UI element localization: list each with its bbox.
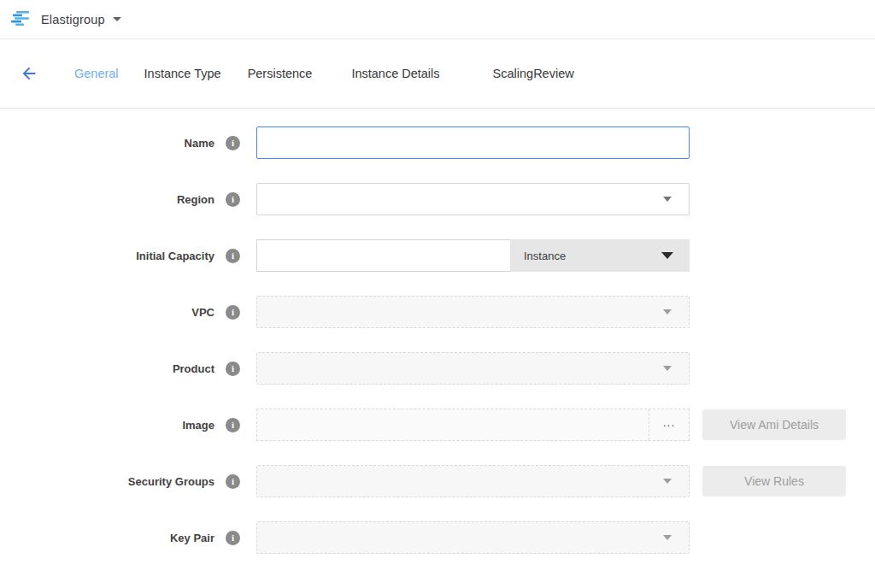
field-row-security-groups: Security Groups i View Rules xyxy=(0,465,875,497)
info-icon[interactable]: i xyxy=(226,362,240,376)
tab-instance-details[interactable]: Instance Details xyxy=(351,67,439,80)
name-input[interactable] xyxy=(256,126,690,159)
vpc-label: VPC xyxy=(191,306,214,319)
image-picker-value xyxy=(257,409,649,440)
capacity-unit-select[interactable]: Instance xyxy=(510,239,690,272)
arrow-back-icon xyxy=(20,64,38,83)
chevron-down-icon[interactable] xyxy=(113,17,121,21)
field-row-name: Name i xyxy=(0,126,875,159)
tab-instance-type[interactable]: Instance Type xyxy=(144,67,221,80)
field-row-image: Image i ... View Ami Details xyxy=(0,409,875,441)
image-picker[interactable]: ... xyxy=(256,409,690,441)
tab-general[interactable]: General xyxy=(74,67,119,80)
product-select[interactable] xyxy=(256,352,690,385)
info-icon[interactable]: i xyxy=(226,531,240,545)
info-icon[interactable]: i xyxy=(226,474,240,489)
info-icon[interactable]: i xyxy=(226,305,240,320)
app-header: Elastigroup xyxy=(0,0,875,39)
chevron-down-icon xyxy=(661,252,673,259)
info-icon[interactable]: i xyxy=(226,192,240,207)
region-label: Region xyxy=(177,193,214,206)
chevron-down-icon xyxy=(663,479,672,484)
browse-ami-button[interactable]: ... xyxy=(649,409,689,440)
region-select[interactable] xyxy=(256,183,690,215)
tab-review[interactable]: Review xyxy=(533,67,574,80)
field-row-vpc: VPC i xyxy=(0,296,875,328)
info-icon[interactable]: i xyxy=(226,249,240,263)
wizard-tabbar: General Instance Type Persistence Instan… xyxy=(0,39,875,109)
name-label: Name xyxy=(185,137,214,150)
security-groups-label: Security Groups xyxy=(128,475,214,488)
general-form: Name i Region i Initial Capacity i Insta… xyxy=(0,109,875,554)
info-icon[interactable]: i xyxy=(226,418,240,432)
field-row-product: Product i xyxy=(0,352,875,385)
info-icon[interactable]: i xyxy=(226,136,240,150)
chevron-down-icon xyxy=(663,535,672,540)
chevron-down-icon xyxy=(663,309,672,315)
security-groups-select[interactable] xyxy=(256,465,690,497)
view-ami-details-button[interactable]: View Ami Details xyxy=(702,409,846,440)
initial-capacity-label: Initial Capacity xyxy=(136,250,214,262)
tab-persistence[interactable]: Persistence xyxy=(248,67,313,80)
key-pair-select[interactable] xyxy=(256,521,690,554)
field-row-region: Region i xyxy=(0,183,875,215)
key-pair-label: Key Pair xyxy=(170,532,214,544)
tab-scaling[interactable]: Scaling xyxy=(493,67,534,80)
app-switcher-label[interactable]: Elastigroup xyxy=(41,13,105,26)
chevron-down-icon xyxy=(663,197,672,202)
capacity-unit-value: Instance xyxy=(524,250,566,262)
field-row-initial-capacity: Initial Capacity i Instance xyxy=(0,239,875,272)
view-rules-button[interactable]: View Rules xyxy=(702,466,846,497)
initial-capacity-input[interactable] xyxy=(256,239,510,272)
elastigroup-logo-icon xyxy=(10,10,32,29)
image-label: Image xyxy=(182,419,214,432)
vpc-select[interactable] xyxy=(256,296,690,328)
field-row-key-pair: Key Pair i xyxy=(0,521,875,554)
chevron-down-icon xyxy=(663,366,672,371)
product-label: Product xyxy=(173,362,214,375)
back-button[interactable] xyxy=(19,63,39,84)
